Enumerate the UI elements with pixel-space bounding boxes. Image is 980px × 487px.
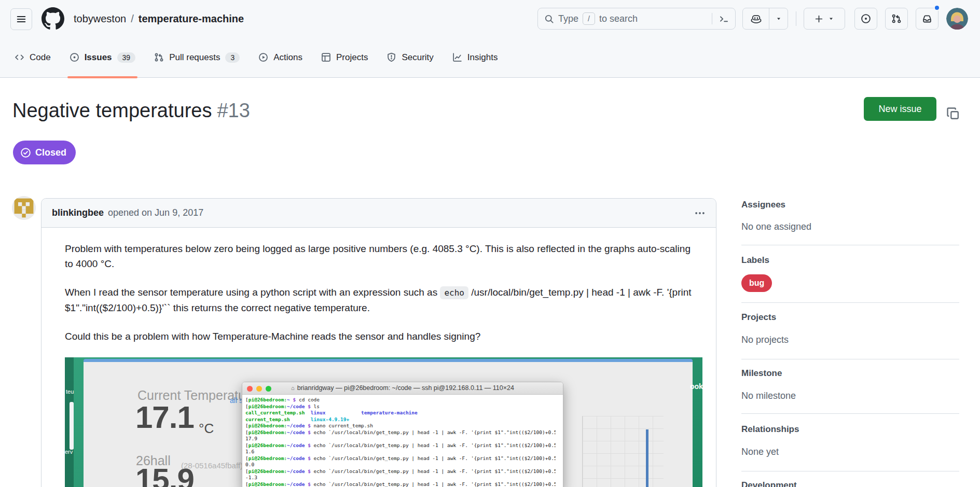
pull-requests-counter: 3 [225, 52, 240, 63]
terminal-body: [pi@26bedroom:~ $ cd code][pi@26bedroom:… [242, 395, 563, 487]
comment: blinkingbee opened on Jun 9, 2017 Proble… [41, 198, 716, 487]
terminal-window: ⌂ brianridgway — pi@26bedroom: ~/code — … [242, 382, 563, 487]
pull-requests-dashboard-button[interactable] [885, 8, 908, 30]
sidebar-divider [741, 413, 959, 414]
tab-label: Pull requests [169, 52, 220, 63]
breadcrumb: tobyweston / temperature-machine [74, 0, 244, 37]
tab-label: Projects [336, 52, 368, 63]
git-pull-request-icon [154, 52, 164, 62]
minimize-icon [256, 386, 262, 392]
terminal-title: brianridgway — pi@26bedroom: ~/code — ss… [297, 381, 514, 396]
sidebar-value-relationships: None yet [741, 447, 779, 457]
maximize-icon [266, 386, 271, 392]
copy-icon[interactable] [946, 107, 960, 121]
slash-keycap: / [583, 12, 595, 25]
terminal-titlebar: ⌂ brianridgway — pi@26bedroom: ~/code — … [242, 382, 563, 395]
comment-paragraph: Could this be a problem with how Tempera… [65, 329, 693, 344]
comment-header: blinkingbee opened on Jun 9, 2017 [42, 199, 716, 228]
search-placeholder-prefix: Type [558, 13, 578, 24]
graph-icon [452, 52, 462, 62]
tab-projects[interactable]: Projects [315, 37, 374, 77]
tab-label: Actions [273, 52, 302, 63]
breadcrumb-repo-link[interactable]: temperature-machine [139, 13, 244, 25]
check-circle-icon [20, 147, 31, 158]
user-avatar[interactable] [946, 8, 968, 30]
home-icon: ⌂ [291, 381, 295, 396]
tab-label: Code [30, 52, 51, 63]
sidebar-divider [741, 245, 959, 245]
tab-insights[interactable]: Insights [446, 37, 504, 77]
comment-author-link[interactable]: blinkingbee [52, 207, 104, 218]
tab-label: Insights [467, 52, 498, 63]
chevron-down-icon [828, 16, 834, 22]
comment-author-avatar[interactable] [12, 196, 36, 220]
desktop-text-fragment: ook [690, 379, 702, 394]
temperature-chart [582, 416, 664, 487]
sidebar-value-assignees: No one assigned [741, 221, 811, 232]
github-logo-icon[interactable] [42, 7, 64, 30]
comment-paragraph: When I read the sensor temperature using… [65, 285, 693, 315]
repo-tab-nav: Code Issues 39 Pull requests 3 Actions P… [0, 37, 980, 78]
table-icon [321, 52, 331, 62]
issue-number: #13 [217, 100, 250, 121]
command-palette-icon[interactable] [712, 8, 735, 29]
sidebar-heading-relationships: Relationships [741, 424, 799, 435]
issues-dashboard-button[interactable] [854, 8, 877, 30]
create-new-button[interactable] [804, 8, 845, 30]
tab-issues[interactable]: Issues 39 [63, 37, 142, 77]
comment-paragraph: Problem with temperatures below zero bei… [65, 241, 693, 271]
git-pull-request-icon [891, 13, 902, 24]
sidebar-heading-assignees: Assignees [741, 200, 785, 210]
sidebar-heading-development: Development [741, 480, 797, 487]
search-icon [544, 14, 554, 24]
temperature-unit: °C [199, 421, 214, 436]
sidebar-divider [741, 359, 959, 359]
issue-title-text: Negative temperatures [12, 100, 212, 121]
embedded-screenshot-image[interactable]: teu erv Current Temperature all sensors … [65, 357, 702, 487]
traffic-light-buttons [247, 386, 271, 392]
issues-counter: 39 [117, 52, 136, 63]
tab-label: Security [402, 52, 433, 63]
issue-state-badge: Closed [13, 141, 76, 164]
copilot-dropdown-button[interactable] [769, 8, 788, 29]
hamburger-menu-button[interactable] [10, 8, 32, 30]
play-icon [258, 52, 268, 62]
label-bug[interactable]: bug [741, 274, 772, 292]
state-label: Closed [35, 147, 66, 158]
search-input[interactable]: Type / to search [537, 8, 736, 30]
inbox-button[interactable] [916, 8, 938, 30]
sidebar-heading-milestone: Milestone [741, 368, 782, 379]
inline-code: echo [440, 286, 468, 299]
copilot-button-group [742, 8, 788, 30]
issue-opened-icon [70, 52, 79, 62]
chart-spike-bar [646, 429, 648, 487]
breadcrumb-owner-link[interactable]: tobyweston [74, 13, 126, 25]
comment-body: Problem with temperatures below zero bei… [42, 228, 716, 487]
inbox-icon [922, 13, 932, 24]
breadcrumb-separator: / [131, 13, 134, 25]
kebab-menu-icon[interactable] [694, 207, 706, 219]
issue-title: Negative temperatures#13 [12, 100, 250, 122]
tab-security[interactable]: Security [380, 37, 439, 77]
desktop-text-fragment: teu [66, 384, 74, 399]
code-icon [15, 52, 24, 62]
sidebar-divider [741, 302, 959, 303]
tab-pull-requests[interactable]: Pull requests 3 [148, 37, 246, 77]
close-icon [247, 386, 253, 392]
sidebar-value-projects: No projects [741, 335, 789, 345]
app-header: tobyweston / temperature-machine Type / … [0, 0, 980, 37]
new-issue-button[interactable]: New issue [864, 97, 936, 121]
tab-code[interactable]: Code [8, 37, 57, 77]
sidebar-heading-labels: Labels [741, 255, 769, 266]
shield-icon [387, 52, 396, 62]
notification-dot [934, 5, 940, 11]
tab-actions[interactable]: Actions [252, 37, 309, 77]
copilot-button[interactable] [743, 8, 769, 29]
sidebar-divider [741, 471, 959, 471]
comment-meta: opened on Jun 9, 2017 [108, 207, 203, 218]
search-placeholder-suffix: to search [599, 13, 638, 24]
desktop-window-sliver [70, 402, 74, 450]
header-divider [796, 11, 796, 26]
plus-icon [815, 15, 823, 23]
chevron-down-icon [776, 16, 782, 22]
